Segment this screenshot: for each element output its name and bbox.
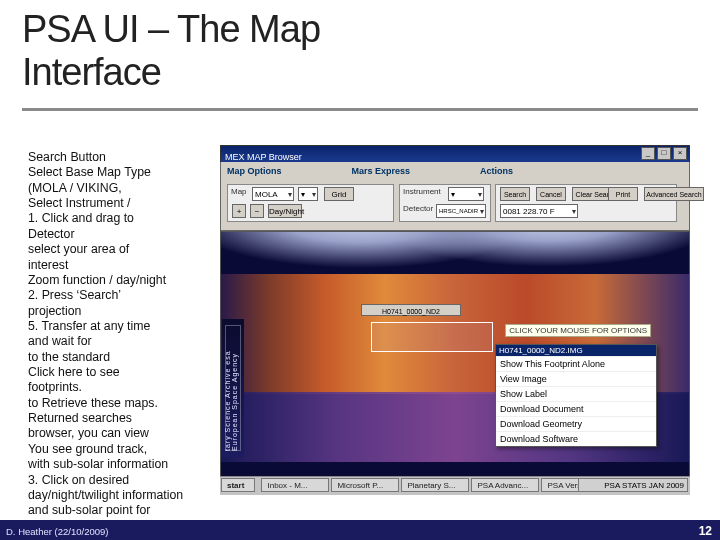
instruction-line: and sub-solar point for [28,503,298,518]
taskbar-item[interactable]: Planetary S... [401,478,469,492]
archive-logo-text: tary Science Archive esa European Space … [224,319,238,451]
start-button[interactable]: start [221,478,255,492]
daynight-button[interactable]: Day/Night [268,204,302,218]
zoom-in-button[interactable]: + [232,204,246,218]
title-line-1: PSA UI – The Map [22,8,320,50]
detector-label: Detector [403,204,433,213]
context-menu-item[interactable]: View Image [496,371,656,386]
footer-author: D. Heather (22/10/2009) [6,526,108,537]
context-menu: H0741_0000_ND2.IMG Show This Footprint A… [495,344,657,447]
window-buttons: _ □ × [641,147,687,160]
title-line-2: Interface [22,51,320,94]
cancel-button[interactable]: Cancel [536,187,566,201]
footer-page-number: 12 [699,524,712,538]
taskbar-item[interactable]: Inbox - M... [261,478,329,492]
map-sel-combo[interactable]: ▾ [298,187,318,201]
context-menu-item[interactable]: Show Label [496,386,656,401]
map-canvas[interactable]: H0741_0000_ND2 CLICK YOUR MOUSE FOR OPTI… [220,231,690,477]
coords-display: 0081 228.70 F [500,204,578,218]
actions-group: 0081 228.70 F SearchCancelClear SearchPr… [495,184,677,222]
taskbar-item[interactable]: PSA Advanc... [471,478,539,492]
map-polar-fade [221,232,689,286]
maximize-icon[interactable]: □ [657,147,671,160]
title-rule [22,108,698,111]
toolbar-panel: Map Options Mars Express Actions Map MOL… [220,162,690,231]
print-button[interactable]: Print [608,187,638,201]
hdr-actions: Actions [480,166,513,182]
os-taskbar: start Inbox - M...Microsoft P...Planetar… [220,476,690,495]
context-menu-title: H0741_0000_ND2.IMG [496,345,656,356]
slide-title: PSA UI – The Map Interface [22,8,320,94]
close-icon[interactable]: × [673,147,687,160]
embedded-screenshot: MEX MAP Browser _ □ × Map Options Mars E… [220,145,690,495]
zoom-out-button[interactable]: − [250,204,264,218]
controls-row: Map MOLA ▾ Grid + − Day/Night Instrument… [227,184,683,220]
hdr-mars-express: Mars Express [352,166,411,182]
grid-button[interactable]: Grid [324,187,354,201]
advanced-search-button[interactable]: Advanced Search [644,187,704,201]
map-combo[interactable]: MOLA [252,187,294,201]
context-menu-item[interactable]: Download Geometry [496,416,656,431]
context-menu-item[interactable]: Download Document [496,401,656,416]
instrument-group: Instrument ▾ Detector HRSC_NADIR [399,184,491,222]
instrument-label: Instrument [403,187,441,196]
search-button[interactable]: Search [500,187,530,201]
detector-combo[interactable]: HRSC_NADIR [436,204,486,218]
instrument-combo[interactable]: ▾ [448,187,484,201]
archive-logo-strip: tary Science Archive esa European Space … [222,319,244,457]
taskbar-item[interactable]: Microsoft P... [331,478,399,492]
click-hint: CLICK YOUR MOUSE FOR OPTIONS [505,324,651,337]
context-menu-item[interactable]: Show This Footprint Alone [496,356,656,371]
minimize-icon[interactable]: _ [641,147,655,160]
map-label: Map [231,187,247,196]
window-titlebar: MEX MAP Browser _ □ × [220,145,690,163]
hdr-map-options: Map Options [227,166,282,182]
map-options-group: Map MOLA ▾ Grid + − Day/Night [227,184,394,222]
selection-rectangle[interactable] [371,322,493,352]
context-menu-item[interactable]: Download Software [496,431,656,446]
taskbar-tray: PSA STATS JAN 2009 [578,478,688,492]
selected-footprint-id[interactable]: H0741_0000_ND2 [361,304,461,316]
panel-headers: Map Options Mars Express Actions [227,166,683,182]
slide-footer: D. Heather (22/10/2009) 12 [0,520,720,540]
